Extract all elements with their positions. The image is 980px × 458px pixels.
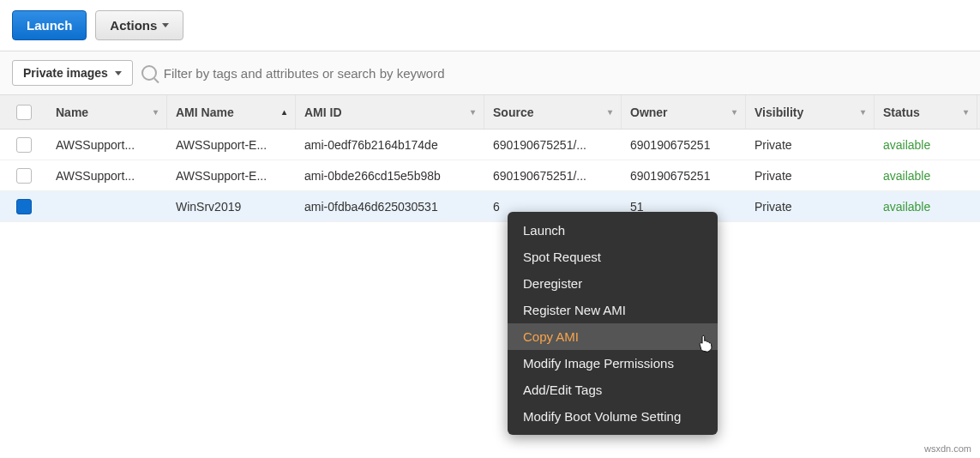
cell-status: available bbox=[875, 200, 977, 214]
search-input[interactable] bbox=[164, 66, 968, 81]
context-menu-item[interactable]: Register New AMI bbox=[508, 297, 718, 323]
col-status[interactable]: Status ▾ bbox=[875, 95, 977, 129]
cell-visibility: Private bbox=[746, 138, 875, 152]
col-visibility[interactable]: Visibility ▾ bbox=[746, 95, 875, 129]
chevron-down-icon bbox=[162, 23, 169, 27]
cell-owner: 690190675251 bbox=[622, 169, 746, 183]
actions-button[interactable]: Actions bbox=[95, 10, 183, 40]
cell-status: available bbox=[875, 169, 977, 183]
col-owner-label: Owner bbox=[630, 105, 668, 119]
context-menu-item[interactable]: Spot Request bbox=[508, 244, 718, 270]
cell-status: available bbox=[875, 138, 977, 152]
col-ami-name-label: AMI Name bbox=[176, 105, 234, 119]
col-status-label: Status bbox=[883, 105, 920, 119]
row-checkbox[interactable] bbox=[16, 199, 32, 214]
context-menu: LaunchSpot RequestDeregisterRegister New… bbox=[508, 212, 718, 435]
col-source[interactable]: Source ▾ bbox=[484, 95, 622, 129]
col-ami-name[interactable]: AMI Name ▴ bbox=[167, 95, 296, 129]
cell-visibility: Private bbox=[746, 200, 875, 214]
actions-label: Actions bbox=[110, 18, 157, 33]
search-icon bbox=[141, 65, 157, 81]
select-all-checkbox[interactable] bbox=[16, 105, 32, 120]
cell-ami-name: WinSrv2019 bbox=[167, 200, 296, 214]
context-menu-item[interactable]: Add/Edit Tags bbox=[508, 377, 718, 403]
col-name[interactable]: Name ▾ bbox=[47, 95, 167, 129]
watermark: wsxdn.com bbox=[924, 443, 971, 454]
launch-button[interactable]: Launch bbox=[12, 10, 87, 40]
sort-icon: ▾ bbox=[153, 108, 158, 117]
col-visibility-label: Visibility bbox=[755, 105, 803, 119]
cell-source: 690190675251/... bbox=[484, 169, 622, 183]
table-row[interactable]: AWSSupport...AWSSupport-E...ami-0bde266c… bbox=[0, 160, 980, 191]
row-checkbox[interactable] bbox=[16, 137, 32, 153]
cell-ami-id: ami-0fdba46d625030531 bbox=[296, 200, 484, 214]
sort-icon: ▾ bbox=[471, 108, 475, 117]
search-wrap bbox=[141, 65, 968, 81]
col-name-label: Name bbox=[56, 105, 88, 119]
table-row[interactable]: AWSSupport...AWSSupport-E...ami-0edf76b2… bbox=[0, 130, 980, 160]
context-menu-item[interactable]: Copy AMI bbox=[508, 323, 718, 350]
context-menu-item[interactable]: Modify Image Permissions bbox=[508, 350, 718, 377]
col-ami-id-label: AMI ID bbox=[304, 105, 342, 119]
cell-ami-name: AWSSupport-E... bbox=[167, 138, 296, 152]
cell-ami-name: AWSSupport-E... bbox=[167, 169, 296, 183]
sort-asc-icon: ▴ bbox=[282, 108, 286, 117]
context-menu-item[interactable]: Deregister bbox=[508, 270, 718, 297]
table-header: Name ▾ AMI Name ▴ AMI ID ▾ Source ▾ Owne… bbox=[0, 95, 980, 130]
row-checkbox[interactable] bbox=[16, 168, 32, 184]
context-menu-item[interactable]: Launch bbox=[508, 217, 718, 244]
cell-visibility: Private bbox=[746, 169, 875, 183]
context-menu-item[interactable]: Modify Boot Volume Setting bbox=[508, 403, 718, 430]
cell-owner: 690190675251 bbox=[622, 138, 746, 152]
table-body: AWSSupport...AWSSupport-E...ami-0edf76b2… bbox=[0, 130, 980, 222]
cursor-pointer-icon bbox=[696, 334, 715, 353]
col-ami-id[interactable]: AMI ID ▾ bbox=[296, 95, 484, 129]
cell-source: 690190675251/... bbox=[484, 138, 622, 152]
chevron-down-icon bbox=[115, 71, 122, 75]
table-row[interactable]: WinSrv2019ami-0fdba46d625030531651Privat… bbox=[0, 191, 980, 222]
col-owner[interactable]: Owner ▾ bbox=[622, 95, 746, 129]
cell-name: AWSSupport... bbox=[47, 138, 167, 152]
toolbar: Launch Actions bbox=[0, 0, 980, 51]
scope-label: Private images bbox=[23, 66, 108, 80]
sort-icon: ▾ bbox=[732, 108, 737, 117]
cell-ami-id: ami-0bde266cd15e5b98b bbox=[296, 169, 484, 183]
sort-icon: ▾ bbox=[861, 108, 865, 117]
cell-ami-id: ami-0edf76b2164b174de bbox=[296, 138, 484, 152]
scope-dropdown[interactable]: Private images bbox=[12, 60, 133, 86]
sort-icon: ▾ bbox=[964, 108, 968, 117]
cell-name: AWSSupport... bbox=[47, 169, 167, 183]
sort-icon: ▾ bbox=[608, 108, 612, 117]
col-source-label: Source bbox=[493, 105, 533, 119]
filter-bar: Private images bbox=[0, 51, 980, 95]
select-all-cell[interactable] bbox=[0, 95, 47, 129]
